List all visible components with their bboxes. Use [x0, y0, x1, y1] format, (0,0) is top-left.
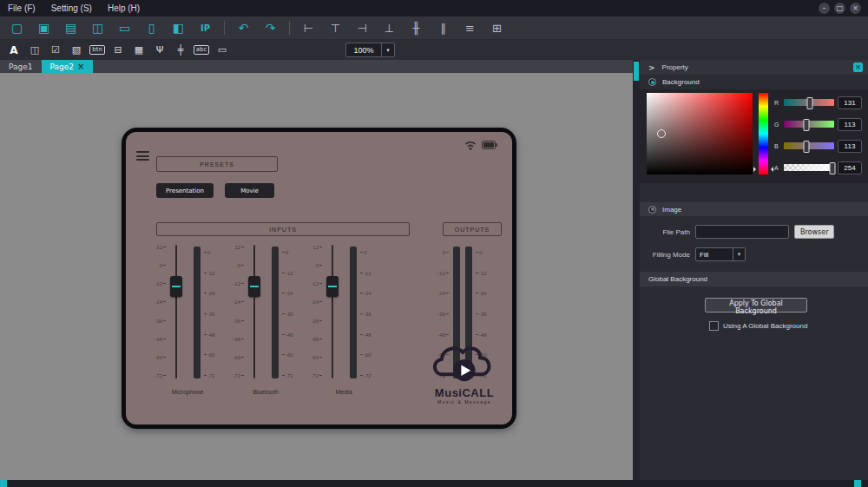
filling-mode-dropdown[interactable]: Fill ▾: [695, 247, 746, 261]
dropdown-arrow-icon[interactable]: ▾: [733, 248, 745, 260]
toggle-tool-icon[interactable]: ⊟: [108, 42, 128, 58]
zoom-control[interactable]: 100% ▾: [345, 43, 395, 57]
checkbox-tool-icon[interactable]: ☑: [45, 42, 66, 58]
save-icon[interactable]: ▣: [30, 18, 57, 38]
fader-tool-icon[interactable]: ╪: [170, 42, 191, 58]
new-page-icon[interactable]: ▢: [3, 18, 30, 38]
paste-icon[interactable]: ▤: [57, 18, 84, 38]
distribute-vertical-icon[interactable]: ≡: [457, 18, 483, 38]
inputs-header: INPUTS: [156, 222, 410, 236]
vertical-scrollbar[interactable]: [633, 60, 640, 480]
blue-slider[interactable]: [784, 142, 834, 149]
button-tool-icon[interactable]: btn: [87, 42, 108, 58]
alpha-slider[interactable]: [784, 164, 834, 171]
image-section-header[interactable]: Image: [640, 202, 868, 216]
background-section-row[interactable]: Background: [640, 75, 868, 89]
battery-icon: [482, 137, 497, 153]
menu-setting[interactable]: Setting (S): [43, 0, 100, 16]
align-top-icon[interactable]: ⊤: [322, 18, 349, 38]
alpha-slider-handle[interactable]: [830, 162, 836, 174]
panel-tool-icon[interactable]: ◫: [24, 42, 45, 58]
vertical-scroll-thumb[interactable]: [634, 62, 639, 81]
undo-icon[interactable]: ↶: [230, 18, 257, 38]
grid-tool-icon[interactable]: ▦: [128, 42, 149, 58]
align-right-icon[interactable]: ⊣: [349, 18, 376, 38]
alpha-value[interactable]: 254: [838, 161, 862, 174]
close-icon[interactable]: ×: [850, 3, 861, 14]
scale-tick: -24: [437, 291, 449, 296]
scale-tick: -24: [204, 291, 215, 296]
musicall-logo: MusiCALL Music & Message: [426, 337, 503, 405]
horizontal-scroll-thumb-right[interactable]: [854, 480, 861, 487]
hue-slider[interactable]: [759, 93, 768, 174]
maximize-icon[interactable]: □: [834, 3, 845, 14]
hamburger-menu-icon[interactable]: [136, 151, 149, 161]
image-tool-icon[interactable]: ▧: [66, 42, 87, 58]
red-value[interactable]: 131: [838, 96, 862, 109]
blue-value[interactable]: 113: [838, 140, 862, 153]
green-slider-handle[interactable]: [803, 119, 809, 131]
horizontal-scroll-thumb-left[interactable]: [0, 480, 7, 487]
file-path-input[interactable]: [695, 225, 789, 239]
design-canvas[interactable]: PRESETS Presentation Movie INPUTS OUTPUT…: [0, 73, 633, 480]
channel-label: Bluetooth: [228, 389, 303, 395]
tab-page1[interactable]: Page1: [0, 60, 42, 73]
align-bottom-icon[interactable]: ⊥: [376, 18, 403, 38]
browser-button[interactable]: Browser: [794, 225, 834, 239]
menu-help[interactable]: Help (H): [100, 0, 148, 16]
same-size-icon[interactable]: ⊞: [483, 18, 510, 38]
scale-tick: -48: [360, 332, 372, 338]
red-slider-handle[interactable]: [806, 97, 812, 109]
menu-file[interactable]: File (F): [0, 0, 43, 16]
background-radio[interactable]: [648, 78, 656, 86]
zoom-dropdown-icon[interactable]: ▾: [381, 43, 394, 56]
collapse-panel-icon[interactable]: >: [648, 63, 655, 72]
tab-page2[interactable]: Page2 ×: [42, 60, 94, 73]
green-value[interactable]: 113: [838, 118, 862, 131]
presets-label: PRESETS: [200, 161, 234, 168]
scale-tick: -12: [282, 271, 293, 276]
close-panel-icon[interactable]: ×: [853, 63, 863, 72]
export-image-icon[interactable]: ◧: [165, 18, 192, 38]
microphone-fader[interactable]: [169, 245, 183, 378]
media-fader[interactable]: [326, 245, 339, 378]
green-slider[interactable]: [784, 121, 834, 128]
distribute-horizontal-icon[interactable]: ∥: [430, 18, 457, 38]
bluetooth-fader[interactable]: [247, 245, 261, 378]
controls-toolbar: A ◫ ☑ ▧ btn ⊟ ▦ Ψ ╪ abc ▭ 100% ▾: [0, 40, 868, 60]
scale-tick: -60: [155, 355, 166, 360]
blue-slider-handle[interactable]: [803, 141, 809, 153]
alpha-channel-row: A 254: [774, 158, 865, 177]
fader-handle[interactable]: [248, 276, 260, 297]
duplicate-icon[interactable]: ◫: [84, 18, 111, 38]
mic-tool-icon[interactable]: Ψ: [149, 42, 170, 58]
scale-tick: -12: [360, 271, 372, 276]
frame-tool-icon[interactable]: ▭: [212, 42, 233, 58]
fader-handle[interactable]: [170, 276, 182, 297]
global-background-checkbox[interactable]: [709, 321, 719, 331]
preset-movie-button[interactable]: Movie: [225, 183, 274, 198]
scale-tick: -12: [155, 281, 166, 286]
device-mockup[interactable]: PRESETS Presentation Movie INPUTS OUTPUT…: [122, 128, 516, 429]
fader-handle[interactable]: [326, 276, 339, 297]
label-tool-icon[interactable]: abc: [191, 42, 212, 58]
meter-scale: 0-12-24-36-48-60-72: [282, 250, 298, 378]
tab-close-icon[interactable]: ×: [77, 63, 84, 71]
sv-cursor[interactable]: [657, 129, 666, 138]
microphone-level-meter: [194, 247, 201, 378]
ip-config-icon[interactable]: IP: [192, 18, 219, 38]
red-slider[interactable]: [784, 99, 834, 106]
phone-view-icon[interactable]: ▯: [138, 18, 165, 38]
tablet-view-icon[interactable]: ▭: [111, 18, 138, 38]
minimize-icon[interactable]: –: [819, 3, 830, 14]
align-left-icon[interactable]: ⊢: [295, 18, 322, 38]
preset-presentation-button[interactable]: Presentation: [156, 183, 214, 198]
align-center-icon[interactable]: ╫: [403, 18, 430, 38]
image-radio[interactable]: [648, 206, 656, 214]
text-tool-icon[interactable]: A: [3, 42, 24, 58]
saturation-value-picker[interactable]: [647, 93, 753, 174]
presets-header: PRESETS: [156, 156, 278, 172]
redo-icon[interactable]: ↷: [257, 18, 284, 38]
horizontal-scrollbar[interactable]: [0, 480, 868, 487]
apply-global-background-button[interactable]: Apply To Global Background: [705, 298, 807, 313]
